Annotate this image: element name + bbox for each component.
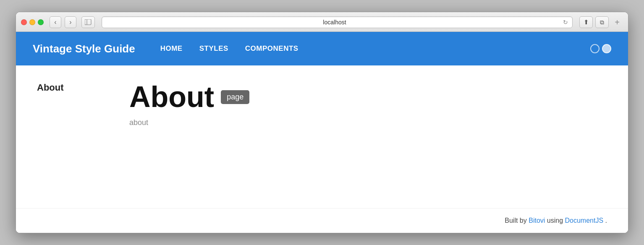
page-title-row: About page	[129, 82, 607, 112]
footer-link-documentjs[interactable]: DocumentJS	[565, 217, 604, 224]
sidebar-section: About	[37, 82, 121, 191]
nav-icons	[590, 44, 611, 53]
nav-brand[interactable]: Vintage Style Guide	[33, 42, 135, 55]
forward-icon: ›	[69, 18, 71, 26]
nav-links: HOME STYLES COMPONENTS	[160, 44, 590, 53]
svg-rect-0	[85, 19, 91, 25]
sidebar-heading: About	[37, 82, 113, 93]
maximize-button[interactable]	[38, 19, 44, 25]
share-button[interactable]: ⬆	[579, 16, 593, 28]
url-text: localhost	[106, 19, 563, 26]
footer-middle-text: using	[547, 217, 565, 224]
page-subtitle: about	[129, 118, 607, 127]
forward-button[interactable]: ›	[65, 16, 76, 28]
nav-link-home[interactable]: HOME	[160, 44, 183, 53]
app-content: Vintage Style Guide HOME STYLES COMPONEN…	[16, 32, 628, 233]
main-content: About About page about	[16, 65, 628, 208]
back-icon: ‹	[54, 18, 56, 26]
sidebar-toggle-button[interactable]	[81, 16, 95, 28]
plus-icon: +	[615, 18, 620, 27]
content-section: About page about	[121, 82, 607, 191]
share-icon: ⬆	[584, 18, 589, 26]
sidebar-icon	[85, 19, 92, 25]
footer-end-text: .	[605, 217, 607, 224]
reload-button[interactable]: ↻	[563, 19, 568, 26]
navbar: Vintage Style Guide HOME STYLES COMPONEN…	[16, 32, 628, 65]
page-main-title: About	[129, 82, 214, 112]
browser-window: ‹ › localhost ↻ ⬆ ⧉	[16, 12, 628, 233]
duplicate-icon: ⧉	[600, 19, 604, 26]
page-badge: page	[221, 90, 249, 104]
nav-link-components[interactable]: COMPONENTS	[245, 44, 298, 53]
minimize-button[interactable]	[29, 19, 35, 25]
nav-icon-filled[interactable]	[602, 44, 611, 53]
nav-link-styles[interactable]: STYLES	[199, 44, 228, 53]
browser-chrome: ‹ › localhost ↻ ⬆ ⧉	[16, 12, 628, 32]
footer-text: Built by	[505, 217, 529, 224]
close-button[interactable]	[21, 19, 27, 25]
nav-icon-outline[interactable]	[590, 44, 599, 53]
address-bar[interactable]: localhost ↻	[102, 16, 573, 28]
traffic-lights	[21, 19, 44, 25]
back-button[interactable]: ‹	[50, 16, 61, 28]
browser-action-buttons: ⬆ ⧉ +	[579, 16, 623, 28]
footer-link-bitovi[interactable]: Bitovi	[529, 217, 545, 224]
new-tab-button[interactable]: +	[611, 16, 623, 28]
footer: Built by Bitovi using DocumentJS .	[16, 208, 628, 233]
duplicate-button[interactable]: ⧉	[595, 16, 609, 28]
